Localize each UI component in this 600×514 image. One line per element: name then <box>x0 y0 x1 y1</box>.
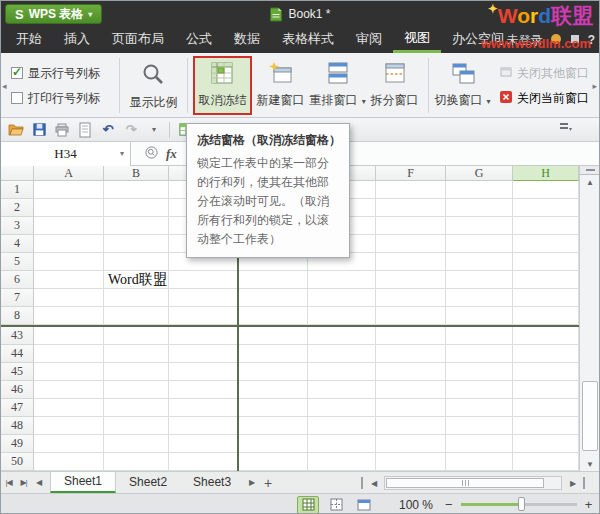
menu-tab-4[interactable]: 公式 <box>175 27 223 53</box>
cell-e48[interactable] <box>308 417 376 435</box>
cell-b2[interactable] <box>104 199 169 217</box>
sheet-tab-sheet2[interactable]: Sheet2 <box>116 472 180 493</box>
cell-h46[interactable] <box>513 381 579 399</box>
cell-f7[interactable] <box>376 289 446 307</box>
cell-f8[interactable] <box>376 307 446 325</box>
cell-f4[interactable] <box>376 235 446 253</box>
cell-g3[interactable] <box>446 217 513 235</box>
row-header-2[interactable]: 2 <box>1 199 34 217</box>
sheet-tab-sheet3[interactable]: Sheet3 <box>180 472 244 493</box>
cell-a3[interactable] <box>34 217 104 235</box>
cell-d44[interactable] <box>238 345 308 363</box>
cell-g50[interactable] <box>446 453 513 471</box>
cell-c45[interactable] <box>169 363 238 381</box>
cell-c8[interactable] <box>169 307 238 325</box>
name-box[interactable]: H34 ▾ <box>1 142 131 166</box>
next-sheet-icon[interactable]: ▶ <box>244 472 259 493</box>
row-header-43[interactable]: 43 <box>1 327 34 345</box>
cell-a1[interactable] <box>34 181 104 199</box>
switch-windows-button[interactable]: 切换窗口 ▾ <box>434 56 491 115</box>
cell-h1[interactable] <box>513 181 579 199</box>
cell-b48[interactable] <box>104 417 169 435</box>
split-window-button[interactable]: 拆分窗口 <box>366 56 423 115</box>
cell-a8[interactable] <box>34 307 104 325</box>
print-headings-option[interactable]: 打印行号列标 <box>11 90 114 107</box>
cell-b3[interactable] <box>104 217 169 235</box>
cell-b5[interactable] <box>104 253 169 271</box>
cell-h47[interactable] <box>513 399 579 417</box>
cell-b49[interactable] <box>104 435 169 453</box>
menu-tab-8[interactable]: 视图 <box>393 27 441 53</box>
cell-g1[interactable] <box>446 181 513 199</box>
column-header-g[interactable]: G <box>446 166 513 181</box>
zoom-out-button[interactable]: − <box>445 497 453 512</box>
cell-c44[interactable] <box>169 345 238 363</box>
cell-f1[interactable] <box>376 181 446 199</box>
row-header-45[interactable]: 45 <box>1 363 34 381</box>
row-header-3[interactable]: 3 <box>1 217 34 235</box>
row-header-49[interactable]: 49 <box>1 435 34 453</box>
cell-d50[interactable] <box>238 453 308 471</box>
column-header-h[interactable]: H <box>513 166 579 181</box>
cell-g43[interactable] <box>446 327 513 345</box>
cell-h5[interactable] <box>513 253 579 271</box>
cell-c7[interactable] <box>169 289 238 307</box>
cell-a49[interactable] <box>34 435 104 453</box>
cell-d48[interactable] <box>238 417 308 435</box>
cell-f47[interactable] <box>376 399 446 417</box>
cell-e7[interactable] <box>308 289 376 307</box>
row-header-50[interactable]: 50 <box>1 453 34 471</box>
cell-e47[interactable] <box>308 399 376 417</box>
cell-d7[interactable] <box>238 289 308 307</box>
cell-a50[interactable] <box>34 453 104 471</box>
cell-b7[interactable] <box>104 289 169 307</box>
cell-d45[interactable] <box>238 363 308 381</box>
cell-d46[interactable] <box>238 381 308 399</box>
vertical-scrollbar[interactable]: ▲ ▼ <box>579 166 600 471</box>
cell-g2[interactable] <box>446 199 513 217</box>
cell-a4[interactable] <box>34 235 104 253</box>
cell-h8[interactable] <box>513 307 579 325</box>
cell-b43[interactable] <box>104 327 169 345</box>
cell-f2[interactable] <box>376 199 446 217</box>
cell-d6[interactable] <box>238 271 308 289</box>
cell-g44[interactable] <box>446 345 513 363</box>
cell-g6[interactable] <box>446 271 513 289</box>
cell-f5[interactable] <box>376 253 446 271</box>
normal-view-icon[interactable] <box>297 496 319 514</box>
horizontal-scrollbar[interactable]: ◀ ▶ <box>361 475 585 491</box>
horizontal-scroll-thumb[interactable] <box>386 478 544 488</box>
undo-icon[interactable]: ↶ <box>100 122 116 138</box>
vertical-scroll-thumb[interactable] <box>582 381 598 451</box>
menu-tab-5[interactable]: 数据 <box>223 27 271 53</box>
scroll-right-icon[interactable]: ▶ <box>565 479 580 488</box>
cell-f6[interactable] <box>376 271 446 289</box>
redo-icon[interactable]: ↷ <box>123 122 139 138</box>
save-icon[interactable] <box>31 122 47 138</box>
cell-c46[interactable] <box>169 381 238 399</box>
ribbon-expand-icon[interactable]: ▸ <box>592 81 597 91</box>
page-break-view-icon[interactable] <box>325 496 347 514</box>
checkbox-checked-icon[interactable] <box>11 67 23 79</box>
cell-d49[interactable] <box>238 435 308 453</box>
menu-tab-1[interactable]: 开始 <box>5 27 53 53</box>
scroll-left-icon[interactable]: ◀ <box>366 479 381 488</box>
cell-g5[interactable] <box>446 253 513 271</box>
cell-a5[interactable] <box>34 253 104 271</box>
cell-b46[interactable] <box>104 381 169 399</box>
cell-f43[interactable] <box>376 327 446 345</box>
row-header-5[interactable]: 5 <box>1 253 34 271</box>
cell-h49[interactable] <box>513 435 579 453</box>
tab-splitter[interactable] <box>361 477 363 489</box>
print-icon[interactable] <box>54 122 70 138</box>
cell-e46[interactable] <box>308 381 376 399</box>
add-sheet-button[interactable]: + <box>259 472 277 493</box>
cell-c47[interactable] <box>169 399 238 417</box>
menu-tab-2[interactable]: 插入 <box>53 27 101 53</box>
cell-e45[interactable] <box>308 363 376 381</box>
cell-g49[interactable] <box>446 435 513 453</box>
cell-d43[interactable] <box>238 327 308 345</box>
cell-a44[interactable] <box>34 345 104 363</box>
first-sheet-icon[interactable]: |◀ <box>1 472 16 493</box>
column-header-f[interactable]: F <box>376 166 446 181</box>
